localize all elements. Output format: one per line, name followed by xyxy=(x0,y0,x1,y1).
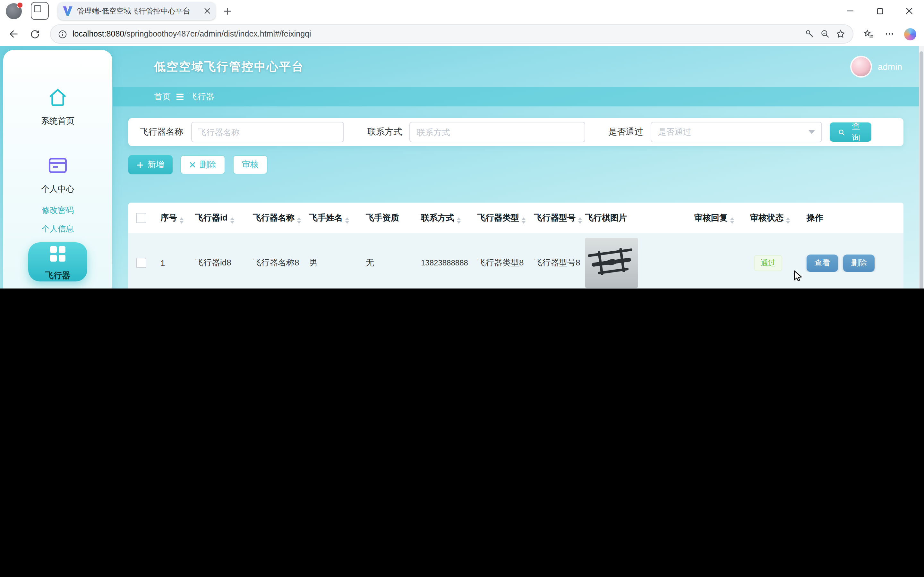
cell-aircraft-id: 飞行器id8 xyxy=(189,257,246,269)
add-button[interactable]: 新增 xyxy=(128,155,173,174)
browser-profile-avatar[interactable] xyxy=(6,3,22,19)
col-header[interactable]: 审核状态 xyxy=(744,212,800,224)
copilot-icon[interactable] xyxy=(900,24,920,44)
tab-close-icon[interactable] xyxy=(204,8,210,14)
sidebar-item-label: 系统首页 xyxy=(41,115,74,127)
cell-aircraft-name: 飞行器名称8 xyxy=(246,257,303,269)
breadcrumb-home[interactable]: 首页 xyxy=(154,91,171,103)
workspaces-icon[interactable] xyxy=(31,2,49,20)
breadcrumb: 首页 飞行器 xyxy=(113,87,919,106)
site-favicon xyxy=(63,6,73,16)
chevron-down-icon xyxy=(809,130,815,134)
x-icon xyxy=(189,161,196,168)
query-button[interactable]: 查询 xyxy=(830,122,871,142)
sidebar-link-personal-info[interactable]: 个人信息 xyxy=(42,224,74,235)
sidebar-item-personal-center[interactable]: 个人中心 xyxy=(41,154,74,195)
col-header[interactable]: 飞行器类型 xyxy=(471,212,527,224)
aircraft-name-input[interactable] xyxy=(191,122,344,142)
table-toolbar: 新增 删除 审核 xyxy=(128,155,903,174)
delete-selected-button[interactable]: 删除 xyxy=(180,155,225,174)
favorite-star-icon[interactable] xyxy=(835,29,846,39)
pass-select[interactable]: 是否通过 xyxy=(651,122,822,142)
table-row: 1 飞行器id8 飞行器名称8 男 无 13823888888 飞行器类型8 飞… xyxy=(128,234,903,288)
sort-icon xyxy=(578,218,582,223)
select-all-checkbox[interactable] xyxy=(136,213,146,223)
new-tab-button[interactable] xyxy=(223,7,232,15)
col-header: 操作 xyxy=(800,212,903,224)
breadcrumb-current: 飞行器 xyxy=(189,91,214,103)
sort-icon xyxy=(457,218,461,223)
browser-address-bar: localhost:8080/springboothoy487er/admin/… xyxy=(0,22,924,47)
col-header[interactable]: 飞手姓名 xyxy=(303,212,359,224)
mouse-cursor xyxy=(792,269,804,284)
window-maximize-button[interactable] xyxy=(865,0,895,22)
username: admin xyxy=(878,61,902,72)
table-header-row: 序号 飞行器id 飞行器名称 飞手姓名 飞手资质 联系方式 飞行器类型 飞行器型… xyxy=(128,203,903,234)
sort-icon xyxy=(180,218,184,223)
cell-aircraft-model: 飞行器型号8 xyxy=(527,257,584,269)
col-header[interactable]: 联系方式 xyxy=(415,212,471,224)
cell-pilot-qualification: 无 xyxy=(359,257,415,269)
col-header[interactable]: 序号 xyxy=(154,212,189,224)
search-panel: 飞行器名称 联系方式 是否通过 是否通过 查询 xyxy=(128,118,903,146)
home-icon xyxy=(46,86,69,109)
sort-icon xyxy=(730,218,734,223)
pass-select-placeholder: 是否通过 xyxy=(658,126,809,138)
table-body: 1 飞行器id8 飞行器名称8 男 无 13823888888 飞行器类型8 飞… xyxy=(128,234,903,288)
page-scrollbar[interactable] xyxy=(919,46,924,288)
sidebar-item-aircraft[interactable]: 飞行器 xyxy=(28,242,87,282)
cell-no: 1 xyxy=(154,258,189,268)
browser-tab[interactable]: 管理端-低空空域飞行管控中心平台 xyxy=(58,2,216,20)
sidebar-item-system-home[interactable]: 系统首页 xyxy=(41,86,74,127)
sort-icon xyxy=(522,218,525,223)
cell-aircraft-type: 飞行器类型8 xyxy=(471,257,527,269)
sort-icon xyxy=(786,218,790,223)
aircraft-table: 序号 飞行器id 飞行器名称 飞手姓名 飞手资质 联系方式 飞行器类型 飞行器型… xyxy=(128,203,903,288)
delete-button[interactable]: 删除 xyxy=(843,254,875,271)
col-header[interactable]: 飞行器id xyxy=(189,212,246,224)
settings-ellipsis-icon[interactable] xyxy=(879,24,900,44)
contact-input[interactable] xyxy=(410,122,585,142)
url-text: localhost:8080/springboothoy487er/admin/… xyxy=(73,29,800,39)
audit-button[interactable]: 审核 xyxy=(233,155,268,174)
col-header[interactable]: 审核回复 xyxy=(688,212,744,224)
window-controls xyxy=(835,0,924,22)
window-minimize-button[interactable] xyxy=(835,0,865,22)
pass-label: 是否通过 xyxy=(608,126,643,138)
vtol-aircraft-photo[interactable] xyxy=(585,238,638,288)
sort-icon xyxy=(230,218,234,223)
cell-pilot-name: 男 xyxy=(303,257,359,269)
sidebar-item-label: 个人中心 xyxy=(41,183,74,195)
aircraft-name-label: 飞行器名称 xyxy=(140,126,183,138)
screen: 管理端-低空空域飞行管控中心平台 localhost:8080/springbo… xyxy=(0,0,924,288)
sidebar-link-change-password[interactable]: 修改密码 xyxy=(42,205,74,216)
col-header: 飞手资质 xyxy=(359,212,415,224)
scrollbar-thumb[interactable] xyxy=(919,51,923,288)
zoom-out-icon[interactable] xyxy=(820,29,830,39)
col-header[interactable]: 飞行器型号 xyxy=(527,212,584,224)
password-key-icon[interactable] xyxy=(804,29,815,39)
sort-icon xyxy=(297,218,301,223)
page-title: 低空空域飞行管控中心平台 xyxy=(154,59,304,74)
cell-contact: 13823888888 xyxy=(415,258,471,268)
admin-app: 系统首页 个人中心 修改密码 个人信息 飞行器 维护人员 xyxy=(0,46,919,288)
main-area: 低空空域飞行管控中心平台 admin 首页 飞行器 飞行器名称 联系方式 xyxy=(113,46,919,288)
sidebar: 系统首页 个人中心 修改密码 个人信息 飞行器 维护人员 xyxy=(3,50,112,288)
browser-tab-bar: 管理端-低空空域飞行管控中心平台 xyxy=(0,0,924,22)
refresh-icon[interactable] xyxy=(24,24,45,44)
window-close-button[interactable] xyxy=(895,0,924,22)
user-menu[interactable]: admin xyxy=(850,56,902,77)
avatar xyxy=(850,56,872,77)
profile-card-icon xyxy=(46,154,69,177)
status-badge: 通过 xyxy=(754,255,782,271)
site-info-icon[interactable] xyxy=(58,29,67,39)
row-checkbox[interactable] xyxy=(136,258,146,268)
back-icon[interactable] xyxy=(4,24,24,44)
sort-icon xyxy=(345,218,349,223)
favorites-bar-icon[interactable] xyxy=(859,24,879,44)
col-header[interactable]: 飞行器名称 xyxy=(246,212,303,224)
breadcrumb-separator-icon xyxy=(176,93,184,100)
contact-label: 联系方式 xyxy=(367,126,402,138)
url-bar[interactable]: localhost:8080/springboothoy487er/admin/… xyxy=(50,24,853,44)
view-button[interactable]: 查看 xyxy=(806,254,838,271)
